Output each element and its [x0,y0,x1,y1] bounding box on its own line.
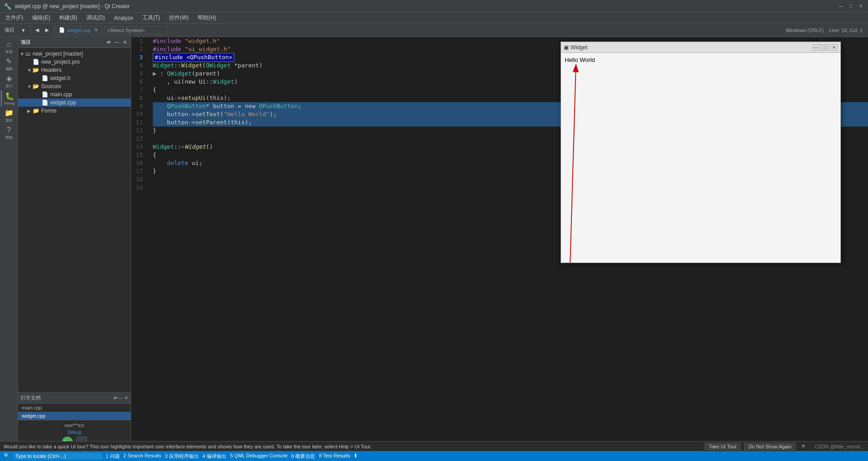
debug-label: Debug [21,430,128,435]
tooltip-bar: Would you like to take a quick UI tour? … [0,441,868,451]
tree-item-sources[interactable]: ▼ 📂 Sources [18,82,131,90]
folder-icon: 📁 [33,108,39,114]
code-brace3: { [153,151,156,159]
status-search-input[interactable]: Type to locate (Ctrl+...) [14,453,102,460]
design-label: 设计 [5,84,13,89]
open-docs-btn1[interactable]: ⇄ [113,395,117,400]
ln-16: 16 [131,159,146,167]
tooltip-close-btn[interactable]: ✕ [799,443,807,450]
maximize-button[interactable]: □ [847,3,854,10]
ln-5: 5 [131,70,146,78]
no-show-button[interactable]: Do Not Show Again [744,443,795,450]
code-text17: (this); [227,118,252,127]
minimize-button[interactable]: — [837,3,844,10]
status-overview: 6 概要信息 [291,453,315,460]
left-sidebar: ⌂ 欢迎 ✎ 编辑 ◈ 设计 🐛 Debug 📁 项目 ? 帮助 [0,37,18,450]
toolbar-project[interactable]: 项目 [2,26,17,34]
toolbar-dropdown[interactable]: ▼ [18,27,28,34]
sidebar-welcome[interactable]: ⌂ 欢迎 [1,39,17,55]
ln-6: 6 [131,78,146,86]
file-tab-close[interactable]: ✕ [94,27,98,33]
menu-build[interactable]: 构建(B) [56,13,81,23]
expand-arrow: ▼ [20,52,25,56]
menu-tools[interactable]: 工具(T) [139,13,164,23]
sidebar-design[interactable]: ◈ 设计 [1,73,17,89]
ln-8: 8 [131,94,146,102]
cpp-file-icon: 📄 [42,99,48,106]
type-qpb2: QPushButton [259,102,298,110]
tree-sync-btn[interactable]: ⇄ [105,40,112,45]
tree-item-root[interactable]: ▼ 🗂 new_project [master] [18,50,131,58]
project-tree: 项目 ⇄ — ✕ ▼ 🗂 new_project [master] 📄 [18,37,131,450]
open-docs-header: 打开文档 ⇄ — ✕ [18,393,131,404]
menu-analyze[interactable]: Analyze [110,14,137,22]
sidebar-help[interactable]: ? 帮助 [1,125,17,141]
ln-2: 2 [131,45,146,53]
menu-help[interactable]: 帮助(H) [194,13,220,23]
tree-item-widget-h[interactable]: 📄 widget.h [18,74,131,82]
menu-edit[interactable]: 编辑(E) [28,13,54,23]
status-search-count: 2 Search Results [123,453,161,460]
no-arrow [36,100,42,105]
symbol-selector[interactable]: <Select Symbol> [104,26,167,34]
status-compile-output: 4 编译输出 [203,453,226,460]
close-button[interactable]: ✕ [857,3,864,10]
tree-item-label: widget.h [50,75,71,81]
tree-minimize-btn[interactable]: — [113,40,120,45]
open-doc-main[interactable]: main.cpp [18,404,131,412]
code-text: :: [174,61,181,70]
open-docs-btn3[interactable]: ✕ [124,395,128,400]
tree-item-label: new_project [master] [33,51,83,57]
status-expand-btn[interactable]: ⬆ [354,453,358,460]
tree-item-headers[interactable]: ▼ 📂 Headers [18,66,131,74]
code-text7: ) [234,78,238,86]
preview-maximize[interactable]: □ [821,44,829,51]
ln-13: 13 [131,135,146,143]
preview-close[interactable]: ✕ [830,44,838,51]
str-1: "widget.h" [181,37,220,45]
preview-minimize[interactable]: — [812,44,820,51]
code-text2: ( [203,61,206,70]
current-file-tab[interactable]: 📄 widget.cpp ✕ [56,26,102,34]
open-docs-btn2[interactable]: — [118,395,123,400]
menu-controls[interactable]: 控件(W) [165,13,192,23]
code-text16: button-> [153,118,195,127]
tree-item-main-cpp[interactable]: 📄 main.cpp [18,90,131,99]
code-text12: ; [298,102,302,110]
file-tab-label: widget.cpp [67,28,91,33]
arrow-indicator: ▶ [153,70,160,78]
tree-close-btn[interactable]: ✕ [122,40,128,45]
ln-17: 17 [131,167,146,175]
tree-item-label: Forms [41,108,57,114]
ln-19: 19 [131,183,146,192]
status-test: 8 Test Results [319,453,350,460]
editor-area[interactable]: 1 2 3 4 5 6 7 8 9 10 11 12 13 14 [131,37,868,450]
code-text20 [153,159,167,167]
preview-title-label: Widget [571,44,587,51]
code-brace2: } [153,127,156,135]
file-tab-icon: 📄 [59,27,65,33]
svg-line-1 [570,72,576,263]
sidebar-project[interactable]: 📁 项目 [1,108,17,124]
menu-debug[interactable]: 调试(D) [83,13,108,23]
type-widget2: Widget [213,78,234,86]
take-tour-button[interactable]: Take UI Tour [705,443,741,450]
tree-item-pro[interactable]: 📄 new_project.pro [18,58,131,66]
open-docs-list: main.cpp widget.cpp [18,404,131,420]
status-search-icon: 🔍 [4,453,10,460]
ln-11: 11 [131,118,146,127]
menu-file[interactable]: 文件(F) [2,13,27,23]
tree-item-widget-cpp[interactable]: 📄 widget.cpp [18,99,131,107]
tree-item-label: Sources [41,83,61,89]
tree-item-forms[interactable]: ▶ 📁 Forms [18,107,131,115]
app-icon: 🔧 [4,3,11,10]
project-file-icon: 🗂 [25,51,31,57]
folder-icon: 📂 [33,67,39,73]
toolbar-back[interactable]: ◀ [33,26,42,34]
sidebar-debug[interactable]: 🐛 Debug [1,90,17,107]
open-doc-widget[interactable]: widget.cpp [18,412,131,420]
toolbar-forward[interactable]: ▶ [42,26,52,34]
sidebar-edit[interactable]: ✎ 编辑 [1,56,17,72]
include-highlighted: #include <QPushButton> [153,53,234,62]
design-icon: ◈ [6,74,12,83]
